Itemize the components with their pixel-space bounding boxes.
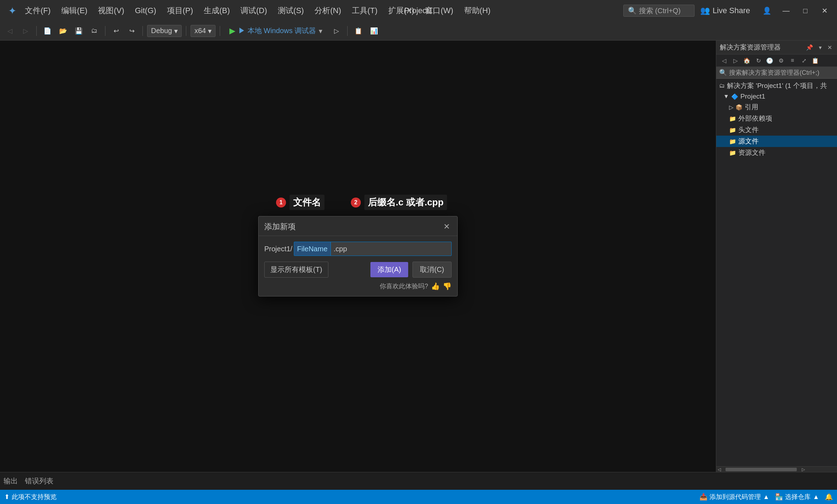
panel-back-button[interactable]: ◁ bbox=[719, 56, 729, 65]
source-files-label: 源文件 bbox=[738, 137, 759, 146]
panel-dropdown-button[interactable]: ▾ bbox=[817, 43, 823, 52]
add-button[interactable]: 添加(A) bbox=[370, 262, 409, 277]
panel-toolbar: ◁ ▷ 🏠 ↻ 🕐 ⚙ ≡ ⤢ 📋 bbox=[716, 54, 837, 67]
panel-search-bar[interactable]: 🔍 搜索解决方案资源管理器(Ctrl+;) bbox=[716, 67, 837, 79]
solution-explorer-panel: 解决方案资源管理器 📌 ▾ ✕ ◁ ▷ 🏠 ↻ 🕐 ⚙ ≡ ⤢ 📋 🔍 搜索解决… bbox=[716, 41, 837, 472]
panel-settings-button[interactable]: ⚙ bbox=[776, 56, 786, 65]
external-deps-item[interactable]: 📁 外部依赖项 bbox=[716, 113, 837, 124]
menu-project[interactable]: 项目(P) bbox=[162, 3, 198, 18]
filename-input[interactable]: FileName .cpp bbox=[294, 242, 452, 256]
person-icon[interactable]: 👤 bbox=[759, 4, 775, 17]
scrollbar-thumb[interactable] bbox=[726, 468, 797, 471]
title-search[interactable]: 🔍 搜索 (Ctrl+Q) bbox=[623, 5, 695, 17]
menu-tools[interactable]: 工具(T) bbox=[347, 3, 383, 18]
resource-files-label: 资源文件 bbox=[738, 148, 765, 157]
more-toolbar-options[interactable]: 📋 bbox=[352, 25, 365, 37]
redo-button[interactable]: ↪ bbox=[125, 25, 138, 37]
source-files-item[interactable]: 📁 源文件 bbox=[716, 136, 837, 147]
error-list-tab[interactable]: 错误列表 bbox=[25, 475, 53, 487]
project-item[interactable]: ▼ 🔷 Project1 bbox=[716, 91, 837, 101]
new-file-button[interactable]: 📄 bbox=[41, 25, 54, 37]
dialog-header: 添加新项 ✕ bbox=[259, 216, 457, 236]
status-bar: ⬆ 此项不支持预览 📥 添加到源代码管理 ▲ 🏪 选择仓库 ▲ 🔔 bbox=[0, 490, 837, 504]
menu-build[interactable]: 生成(B) bbox=[199, 3, 235, 18]
thumbs-up-icon[interactable]: 👍 bbox=[431, 282, 440, 290]
panel-pin-button[interactable]: 📌 bbox=[805, 43, 815, 52]
output-tab[interactable]: 输出 bbox=[4, 475, 18, 487]
add-source-dropdown: ▲ bbox=[763, 493, 769, 501]
chevron-down-icon-2: ▾ bbox=[208, 27, 212, 35]
panel-forward-button[interactable]: ▷ bbox=[731, 56, 740, 65]
references-item[interactable]: ▷ 📦 引用 bbox=[716, 101, 837, 113]
scrollbar-right-button[interactable]: ▷ bbox=[800, 467, 806, 472]
editor-area: 1 文件名 2 后缀名.c 或者.cpp 添加新项 ✕ Project1/ bbox=[0, 41, 716, 472]
menu-analyze[interactable]: 分析(N) bbox=[310, 3, 346, 18]
no-preview-icon: ⬆ bbox=[4, 493, 10, 501]
panel-title-label: 解决方案资源管理器 bbox=[720, 43, 802, 52]
chevron-down-icon: ▾ bbox=[174, 27, 178, 35]
panel-pin-2-button[interactable]: 📋 bbox=[810, 56, 820, 65]
maximize-button[interactable]: □ bbox=[797, 4, 813, 17]
debug-config-dropdown[interactable]: Debug ▾ bbox=[147, 25, 182, 37]
add-to-source-button[interactable]: 📥 添加到源代码管理 ▲ bbox=[700, 493, 769, 501]
run-debugger-button[interactable]: ▶ ▶ 本地 Windows 调试器 ▾ bbox=[224, 25, 327, 37]
header-files-item[interactable]: 📁 头文件 bbox=[716, 124, 837, 136]
external-deps-label: 外部依赖项 bbox=[738, 114, 772, 123]
show-templates-button[interactable]: 显示所有模板(T) bbox=[264, 262, 328, 278]
menu-help[interactable]: 帮助(H) bbox=[459, 3, 496, 18]
menu-git[interactable]: Git(G) bbox=[130, 4, 161, 17]
live-share-button[interactable]: 👥 Live Share bbox=[695, 4, 756, 17]
select-repo-button[interactable]: 🏪 选择仓库 ▲ bbox=[775, 493, 819, 501]
scrollbar-left-button[interactable]: ◁ bbox=[716, 467, 722, 472]
platform-label: x64 bbox=[194, 27, 206, 35]
dialog-close-button[interactable]: ✕ bbox=[442, 222, 452, 232]
save-button[interactable]: 💾 bbox=[72, 25, 85, 37]
panel-expand-button[interactable]: ⤢ bbox=[799, 56, 809, 65]
save-all-button[interactable]: 🗂 bbox=[88, 25, 101, 37]
add-new-item-dialog: 添加新项 ✕ Project1/ FileName .cpp 显示所有模板 bbox=[258, 216, 458, 296]
minimize-button[interactable]: — bbox=[778, 4, 794, 17]
thumbs-down-icon[interactable]: 👎 bbox=[443, 282, 452, 290]
add-source-icon: 📥 bbox=[700, 493, 707, 501]
notification-button[interactable]: 🔔 bbox=[825, 493, 833, 501]
run-without-debug-button[interactable]: ▷ bbox=[330, 25, 343, 37]
diagnostic-tools-button[interactable]: 📊 bbox=[368, 25, 380, 37]
references-icon: 📦 bbox=[735, 104, 743, 111]
title-bar: ✦ 文件(F) 编辑(E) 视图(V) Git(G) 项目(P) 生成(B) 调… bbox=[0, 0, 837, 21]
solution-tree: 🗂 解决方案 'Project1' (1 个项目，共 ▼ 🔷 Project1 … bbox=[716, 79, 837, 466]
callout-ext: 2 后缀名.c 或者.cpp bbox=[351, 195, 447, 210]
project-icon: 🔷 bbox=[731, 93, 738, 100]
filename-extension-text: .cpp bbox=[331, 243, 451, 255]
panel-filter-button[interactable]: ≡ bbox=[787, 56, 797, 65]
callout-filename: 1 文件名 bbox=[276, 195, 324, 210]
menu-view[interactable]: 视图(V) bbox=[93, 3, 129, 18]
forward-button[interactable]: ▷ bbox=[19, 25, 32, 37]
search-label: 搜索 (Ctrl+Q) bbox=[639, 6, 681, 16]
menu-file[interactable]: 文件(F) bbox=[20, 3, 56, 18]
filename-selected-text: FileName bbox=[294, 242, 331, 256]
dialog-with-callouts: 1 文件名 2 后缀名.c 或者.cpp 添加新项 ✕ Project1/ bbox=[258, 216, 458, 296]
feedback-label: 你喜欢此体验吗? bbox=[380, 282, 428, 290]
project-expand-icon: ▼ bbox=[723, 93, 729, 100]
back-button[interactable]: ◁ bbox=[4, 25, 16, 37]
solution-root-item[interactable]: 🗂 解决方案 'Project1' (1 个项目，共 bbox=[716, 80, 837, 91]
close-window-button[interactable]: ✕ bbox=[816, 4, 833, 17]
panel-search-label: 搜索解决方案资源管理器(Ctrl+;) bbox=[729, 68, 820, 77]
status-bar-right: 📥 添加到源代码管理 ▲ 🏪 选择仓库 ▲ 🔔 bbox=[700, 493, 833, 501]
cancel-button[interactable]: 取消(C) bbox=[412, 262, 452, 278]
panel-home-button[interactable]: 🏠 bbox=[742, 56, 752, 65]
undo-button[interactable]: ↩ bbox=[110, 25, 123, 37]
open-file-button[interactable]: 📂 bbox=[57, 25, 69, 37]
panel-close-button[interactable]: ✕ bbox=[826, 43, 833, 52]
panel-title-bar: 解决方案资源管理器 📌 ▾ ✕ bbox=[716, 41, 837, 54]
resource-files-item[interactable]: 📁 资源文件 bbox=[716, 147, 837, 158]
menu-edit[interactable]: 编辑(E) bbox=[56, 3, 92, 18]
menu-debug[interactable]: 调试(D) bbox=[235, 3, 272, 18]
external-deps-icon: 📁 bbox=[729, 115, 736, 122]
panel-refresh-button[interactable]: ↻ bbox=[753, 56, 763, 65]
platform-dropdown[interactable]: x64 ▾ bbox=[191, 25, 215, 37]
select-repo-label: 选择仓库 bbox=[785, 493, 811, 501]
panel-clock-button[interactable]: 🕐 bbox=[765, 56, 775, 65]
menu-test[interactable]: 测试(S) bbox=[273, 3, 309, 18]
dialog-feedback: 你喜欢此体验吗? 👍 👎 bbox=[264, 282, 452, 290]
